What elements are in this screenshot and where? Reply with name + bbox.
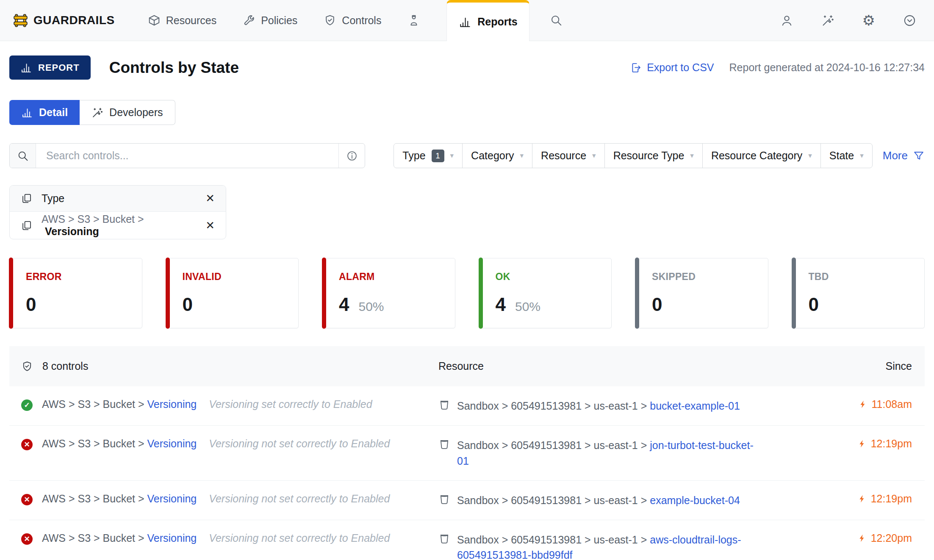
card-label: ERROR [26,271,142,283]
top-nav: GUARDRAILS Resources Policies Controls R… [0,0,934,41]
brand-logo[interactable]: GUARDRAILS [13,13,115,28]
filter-label: Resource Category [711,150,802,162]
bar-chart-icon [21,107,33,119]
nav-item-policies[interactable]: Policies [243,14,297,27]
alarm-status-icon: ✕ [21,533,33,545]
filter-value-prefix: AWS > S3 > Bucket > [42,213,144,225]
tab-developers[interactable]: Developers [80,100,175,125]
control-link[interactable]: Versioning [147,438,197,449]
search-submit[interactable] [10,144,36,168]
control-path-prefix: AWS > S3 > Bucket > [42,493,144,505]
card-label: ALARM [339,271,455,283]
filter-dropdown-type[interactable]: Type 1 ▾ [394,143,463,168]
control-link[interactable]: Versioning [147,398,197,410]
person-crown-icon [407,14,420,27]
funnel-icon [913,150,925,162]
card-skipped[interactable]: SKIPPED 0 [635,258,768,328]
active-filter-header: Type ✕ [10,186,226,212]
card-count: 4 [496,294,506,315]
bar-chart-icon [20,62,32,74]
since-time: 12:20pm [871,532,912,544]
filter-dropdown-state[interactable]: State ▾ [820,143,873,168]
nav-item-resources[interactable]: Resources [148,14,217,27]
shield-check-icon [324,14,336,27]
card-percent: 50% [515,299,540,314]
filter-count-badge: 1 [432,150,444,162]
info-icon [346,150,358,162]
brand-name: GUARDRAILS [33,14,115,27]
controls-table: 8 controls Resource Since ✓ AWS > S3 > B… [9,346,925,560]
wizard-button[interactable] [821,14,834,27]
search-filter-row: Type 1 ▾ Category ▾ Resource ▾ Resource … [9,143,925,168]
filter-dropdown-category[interactable]: Category ▾ [462,143,532,168]
chevron-down-icon: ▾ [520,151,524,160]
lightning-bolt-icon [858,493,867,505]
tab-developers-label: Developers [109,106,163,119]
control-link[interactable]: Versioning [147,493,197,505]
magic-wand-icon [91,107,103,119]
control-reason: Versioning not set correctly to Enabled [209,438,390,449]
resource-path-prefix: Sandbox > 605491513981 > us-east-1 > [457,439,647,451]
card-alarm[interactable]: ALARM 450% [322,258,455,328]
search-input[interactable] [36,144,338,168]
resource-link[interactable]: bucket-example-01 [650,400,740,412]
settings-button[interactable]: ⚙ [862,13,875,28]
card-count: 0 [809,294,819,315]
chevron-down-icon: ▾ [860,151,864,160]
nav-item-label: Resources [166,14,217,27]
magic-wand-icon [821,14,834,27]
chevron-down-icon: ▾ [690,151,694,160]
account-menu-button[interactable] [903,14,916,27]
nav-item-label: Policies [261,14,297,27]
nav-item-controls[interactable]: Controls [324,14,381,27]
filter-dropdown-resource-category[interactable]: Resource Category ▾ [702,143,821,168]
card-accent-bar [9,258,13,329]
search-info-button[interactable] [338,144,365,168]
lightning-bolt-icon [859,399,867,410]
wrench-icon [243,14,255,27]
copy-icon [21,220,32,231]
card-invalid[interactable]: INVALID 0 [166,258,299,328]
user-button[interactable] [780,14,793,27]
search-icon [17,150,29,162]
nav-item-permissions[interactable] [407,14,420,27]
chevron-down-circle-icon [903,14,916,27]
export-csv-link[interactable]: Export to CSV [630,61,714,74]
active-filter-value: AWS > S3 > Bucket > Versioning ✕ [10,212,226,239]
bucket-icon [438,533,450,545]
guardrails-icon [13,13,28,28]
export-csv-label: Export to CSV [647,61,714,74]
chevron-down-icon: ▾ [808,151,812,160]
resource-path-prefix: Sandbox > 605491513981 > us-east-1 > [457,534,647,546]
resource-path-prefix: Sandbox > 605491513981 > us-east-1 > [457,400,647,412]
resource-path-prefix: Sandbox > 605491513981 > us-east-1 > [457,494,647,506]
tab-detail[interactable]: Detail [9,100,80,125]
card-count: 0 [652,294,662,315]
page-title: Controls by State [109,59,239,77]
tab-detail-label: Detail [39,106,68,119]
card-tbd[interactable]: TBD 0 [792,258,925,328]
table-row: ✕ AWS > S3 > Bucket > Versioning Version… [9,426,925,481]
search-icon [550,14,563,27]
card-count: 4 [339,294,349,315]
filter-dropdown-resource[interactable]: Resource ▾ [532,143,605,168]
filter-label: Resource [541,150,586,162]
card-accent-bar [792,258,796,329]
table-row: ✕ AWS > S3 > Bucket > Versioning Version… [9,481,925,520]
card-count: 0 [26,294,36,315]
control-path-prefix: AWS > S3 > Bucket > [42,398,144,410]
card-error[interactable]: ERROR 0 [9,258,142,328]
export-file-icon [630,62,642,74]
close-icon[interactable]: ✕ [205,219,215,232]
close-icon[interactable]: ✕ [205,192,215,205]
resource-link[interactable]: example-bucket-04 [650,494,740,506]
control-link[interactable]: Versioning [147,532,197,544]
table-row: ✕ AWS > S3 > Bucket > Versioning Version… [9,520,925,560]
nav-tab-reports[interactable]: Reports [446,0,529,41]
more-filters-button[interactable]: More [883,149,925,162]
filter-label: State [829,150,854,162]
card-ok[interactable]: OK 450% [479,258,612,328]
bucket-icon [438,493,450,505]
filter-dropdown-resource-type[interactable]: Resource Type ▾ [604,143,703,168]
nav-search-button[interactable] [550,14,563,27]
